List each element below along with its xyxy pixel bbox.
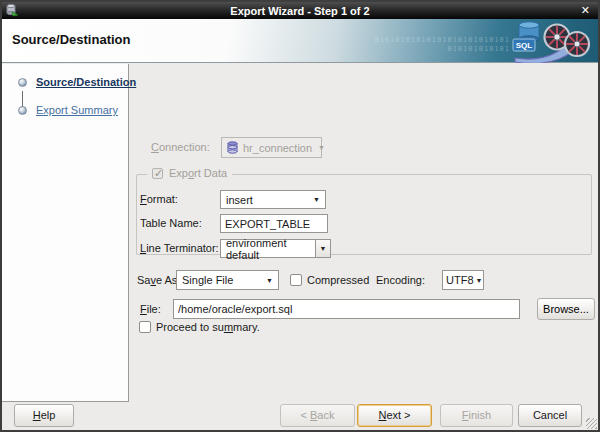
dropdown-arrow-icon: ▼ bbox=[260, 277, 273, 284]
format-value: insert bbox=[226, 194, 253, 206]
export-wizard-dialog: Export Wizard - Step 1 of 2 ✕ Source/Des… bbox=[0, 0, 600, 432]
file-path-input[interactable] bbox=[173, 299, 520, 319]
step-bullet-icon bbox=[18, 78, 27, 87]
line-terminator-label: Line Terminator: bbox=[140, 239, 219, 258]
export-data-label: Export Data bbox=[169, 167, 227, 179]
format-dropdown[interactable]: insert ▼ bbox=[220, 190, 326, 209]
table-name-input[interactable] bbox=[220, 214, 328, 233]
browse-button[interactable]: Browse... bbox=[537, 298, 595, 320]
sidebar-item-source-destination[interactable]: Source/Destination bbox=[36, 76, 136, 88]
window-title: Export Wizard - Step 1 of 2 bbox=[2, 5, 598, 17]
dropdown-arrow-icon: ▼ bbox=[307, 196, 320, 203]
file-label: File: bbox=[140, 300, 161, 319]
resize-grip[interactable] bbox=[586, 418, 597, 429]
encoding-label: Encoding: bbox=[376, 271, 425, 290]
page-title: Source/Destination bbox=[12, 32, 130, 47]
line-terminator-dropdown[interactable]: environment default ▼ bbox=[220, 239, 331, 258]
dropdown-arrow-icon: ▼ bbox=[312, 144, 325, 151]
dropdown-arrow-icon: ▼ bbox=[315, 240, 330, 257]
wizard-header: Source/Destination 010101010101010101010… bbox=[2, 19, 598, 63]
encoding-dropdown[interactable]: UTF8 ▼ bbox=[442, 270, 484, 290]
save-as-value: Single File bbox=[182, 274, 233, 286]
compressed-checkbox[interactable] bbox=[290, 274, 302, 286]
sql-export-logo: SQL bbox=[509, 20, 595, 65]
encoding-value: UTF8 bbox=[446, 274, 474, 286]
connection-dropdown[interactable]: hr_connection ▼ bbox=[221, 137, 322, 158]
titlebar: Export Wizard - Step 1 of 2 ✕ bbox=[2, 2, 598, 19]
binary-decoration: 01010101010101010101010101 010101010101 bbox=[374, 36, 510, 54]
connection-value: hr_connection bbox=[243, 142, 312, 154]
help-button[interactable]: Help bbox=[14, 404, 74, 427]
table-name-label: Table Name: bbox=[140, 214, 202, 233]
compressed-label: Compressed bbox=[307, 271, 369, 290]
cancel-button[interactable]: Cancel bbox=[518, 404, 582, 427]
database-icon bbox=[227, 141, 238, 154]
export-data-checkbox[interactable] bbox=[152, 168, 163, 179]
close-icon[interactable]: ✕ bbox=[581, 3, 590, 18]
connection-label: Connection: bbox=[151, 138, 210, 157]
step-bullet-icon bbox=[18, 106, 27, 115]
svg-text:SQL: SQL bbox=[516, 41, 533, 50]
proceed-to-summary-checkbox[interactable] bbox=[139, 321, 151, 333]
proceed-to-summary-label: Proceed to summary. bbox=[156, 320, 260, 334]
back-button[interactable]: < Back bbox=[280, 404, 355, 427]
sidebar-item-export-summary[interactable]: Export Summary bbox=[36, 104, 118, 116]
wizard-steps-sidebar: Source/Destination Export Summary bbox=[2, 64, 129, 402]
format-label: Format: bbox=[140, 190, 178, 209]
form-panel: Connection: hr_connection ▼ Export Data … bbox=[129, 64, 598, 430]
next-button[interactable]: Next > bbox=[357, 404, 432, 427]
finish-button[interactable]: Finish bbox=[440, 404, 513, 427]
save-as-dropdown[interactable]: Single File ▼ bbox=[176, 270, 279, 290]
save-as-label: Save As bbox=[137, 271, 177, 290]
line-terminator-value: environment default bbox=[226, 237, 315, 261]
export-data-legend: Export Data bbox=[147, 167, 232, 179]
dropdown-arrow-icon: ▼ bbox=[474, 277, 483, 284]
